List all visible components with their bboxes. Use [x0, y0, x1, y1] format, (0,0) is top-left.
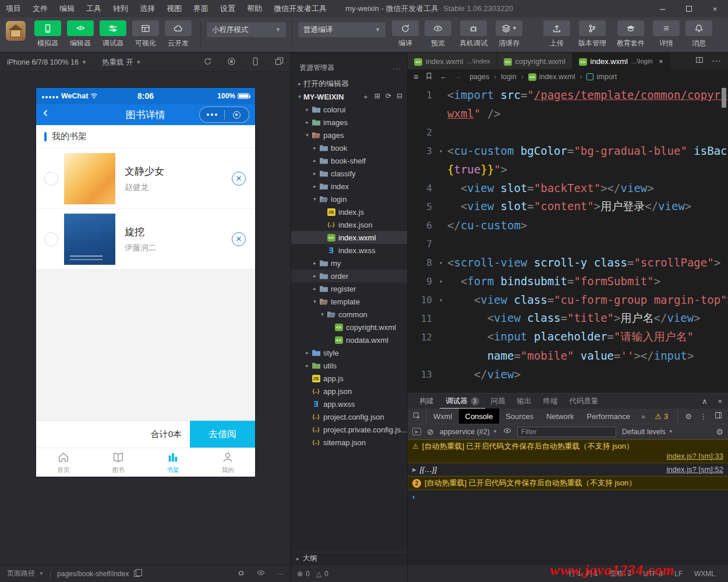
expand-icon[interactable]: ▶	[412, 467, 416, 473]
tree-item-app.js[interactable]: JSapp.js	[291, 372, 407, 385]
toolbar-预览[interactable]: 预览	[422, 20, 454, 48]
tree-item-project.private.config.js...[interactable]: {..}project.private.config.js...	[291, 423, 407, 436]
tree-item-order[interactable]: ▸order	[291, 269, 407, 282]
menu-0[interactable]: 项目	[0, 0, 27, 17]
new-file-icon[interactable]: ＋	[362, 92, 369, 102]
devtools-menu-icon[interactable]: ⋮	[699, 412, 707, 421]
debug-status-icon[interactable]	[237, 569, 245, 579]
phone-tab-我的[interactable]: 我的	[200, 448, 255, 477]
menu-8[interactable]: 设置	[214, 0, 241, 17]
tree-item-common[interactable]: ▾common	[291, 308, 407, 321]
tree-item-images[interactable]: ▸images	[291, 116, 407, 129]
devtools-warning-count[interactable]: ⚠ 3	[650, 409, 673, 424]
tree-item-app.wxss[interactable]: ∃app.wxss	[291, 398, 407, 410]
split-editor-icon[interactable]	[695, 56, 704, 66]
panel-tab-调试器[interactable]: 调试器 3	[440, 393, 485, 409]
menu-5[interactable]: 选择	[134, 0, 161, 17]
tree-item-打开的编辑器[interactable]: ▸打开的编辑器	[291, 77, 407, 90]
tree-item-index.wxss[interactable]: ∃index.wxss	[291, 244, 407, 257]
code-line[interactable]: 4 <view slot="backText"></view>	[408, 179, 728, 197]
code-line[interactable]: {true}}">	[408, 160, 728, 179]
editor-tab-0[interactable]: <> index.wxml ...\index	[408, 53, 497, 69]
stop-icon[interactable]	[227, 57, 236, 68]
delete-book-icon[interactable]: ✕	[232, 172, 246, 186]
delete-book-icon[interactable]: ✕	[232, 232, 246, 246]
code-line[interactable]: 5 <view slot="content">用户登录</view>	[408, 197, 728, 216]
editor-tab-1[interactable]: <> copyright.wxml	[497, 53, 572, 69]
tree-item-register[interactable]: ▸register	[291, 282, 407, 295]
console-settings-icon[interactable]: ⚙	[716, 427, 723, 436]
tree-item-my[interactable]: ▸my	[291, 257, 407, 269]
book-radio[interactable]	[44, 232, 58, 246]
tree-item-template[interactable]: ▾template	[291, 295, 407, 308]
tree-item-colorui[interactable]: ▸colorui	[291, 103, 407, 116]
inspect-icon[interactable]	[408, 409, 427, 424]
back-icon[interactable]: ‹	[43, 105, 48, 119]
tree-item-pages[interactable]: ▾pages	[291, 129, 407, 141]
clear-console-icon[interactable]: ⊘	[427, 427, 434, 436]
toolbar-版本管理[interactable]: 版本管理	[574, 20, 611, 48]
code-line[interactable]: 8▾<scroll-view scroll-y class="scrollPag…	[408, 253, 728, 272]
devtools-tab-Console[interactable]: Console	[459, 409, 500, 424]
code-editor[interactable]: 1<import src="/pages/template/common/cop…	[408, 84, 728, 393]
dock-icon[interactable]	[715, 411, 722, 421]
live-expression-icon[interactable]	[503, 427, 511, 436]
outline-list-icon[interactable]: ≡	[414, 72, 418, 81]
context-select[interactable]: appservice (#2)▼	[440, 428, 497, 436]
refresh-explorer-icon[interactable]: ⟳	[386, 92, 391, 102]
new-folder-icon[interactable]: ⊞	[374, 92, 380, 102]
avatar[interactable]	[6, 21, 26, 41]
status-item-3[interactable]: LF	[674, 570, 683, 578]
toolbar-上传[interactable]: 上传	[541, 20, 572, 48]
toolbar-教育套件[interactable]: 教育套件	[612, 20, 649, 48]
code-line[interactable]: 2	[408, 123, 728, 141]
rotate-icon[interactable]	[203, 57, 212, 68]
code-line[interactable]: 12 <input placeholder="请输入用户名"	[408, 328, 728, 346]
levels-select[interactable]: Default levels▼	[622, 428, 673, 436]
tree-item-sitemap.json[interactable]: {..}sitemap.json	[291, 436, 407, 449]
menu-10[interactable]: 微信开发者工具	[268, 0, 333, 17]
devtools-tab-Network[interactable]: Network	[540, 409, 581, 424]
code-line[interactable]: 1<import src="/pages/template/common/cop…	[408, 86, 728, 104]
tree-item-index.json[interactable]: {..}index.json	[291, 218, 407, 231]
tree-item-index.js[interactable]: JSindex.js	[291, 205, 407, 218]
tree-item-style[interactable]: ▸style	[291, 346, 407, 359]
breadcrumb-index.wxml[interactable]: <>index.wxml	[528, 73, 575, 81]
devtools-settings-icon[interactable]: ⚙	[685, 412, 692, 421]
close-panel-icon[interactable]: ×	[718, 397, 722, 406]
toolbar-详情[interactable]: ≡ 详情	[651, 20, 682, 48]
tree-item-nodata.wxml[interactable]: <>nodata.wxml	[291, 333, 407, 346]
tree-item-copyright.wxml[interactable]: <>copyright.wxml	[291, 321, 407, 333]
menu-3[interactable]: 工具	[80, 0, 107, 17]
status-more-icon[interactable]: ···	[277, 570, 284, 578]
scrollbar-thumb[interactable]	[722, 88, 726, 108]
tree-item-MY-WEIXIN[interactable]: ▾MY-WEIXIN＋⊞⟳⊟	[291, 90, 407, 103]
code-line[interactable]: wxml" />	[408, 104, 728, 123]
filter-input[interactable]	[517, 427, 616, 437]
toolbar-编译[interactable]: 编译	[390, 20, 421, 48]
bookmark-icon[interactable]	[425, 72, 433, 81]
tree-item-utils[interactable]: ▸utils	[291, 359, 407, 372]
menu-4[interactable]: 转到	[107, 0, 134, 17]
multi-window-icon[interactable]	[275, 57, 284, 68]
breadcrumb-pages[interactable]: pages	[469, 73, 489, 81]
editor-more-icon[interactable]: ···	[712, 56, 721, 66]
code-line[interactable]: 9▾ <form bindsubmit="formSubmit">	[408, 272, 728, 290]
code-line[interactable]: 13 </view>	[408, 365, 728, 384]
code-line[interactable]: name="mobile" value=''></input>	[408, 346, 728, 365]
source-link[interactable]: index.js? [sm]:52	[666, 465, 723, 474]
status-item-4[interactable]: WXML	[694, 570, 715, 578]
panel-tab-构建[interactable]: 构建	[414, 393, 440, 409]
source-link[interactable]: index.js? [sm]:33	[666, 452, 723, 462]
collapse-panel-icon[interactable]: ∧	[702, 397, 708, 406]
copy-path-icon[interactable]	[134, 570, 140, 577]
menu-7[interactable]: 界面	[188, 0, 214, 17]
tree-item-login[interactable]: ▾login	[291, 193, 407, 205]
devtools-tab-Performance[interactable]: Performance	[581, 409, 637, 424]
book-row[interactable]: 旋挖 伊藤润二 ✕	[36, 209, 255, 269]
devtools-tab-Sources[interactable]: Sources	[499, 409, 540, 424]
devtools-tab-Wxml[interactable]: Wxml	[427, 409, 459, 424]
tree-item-book-shelf[interactable]: ▸book-shelf	[291, 154, 407, 167]
phone-tab-书架[interactable]: 书架	[146, 448, 200, 477]
menu-1[interactable]: 文件	[27, 0, 54, 17]
